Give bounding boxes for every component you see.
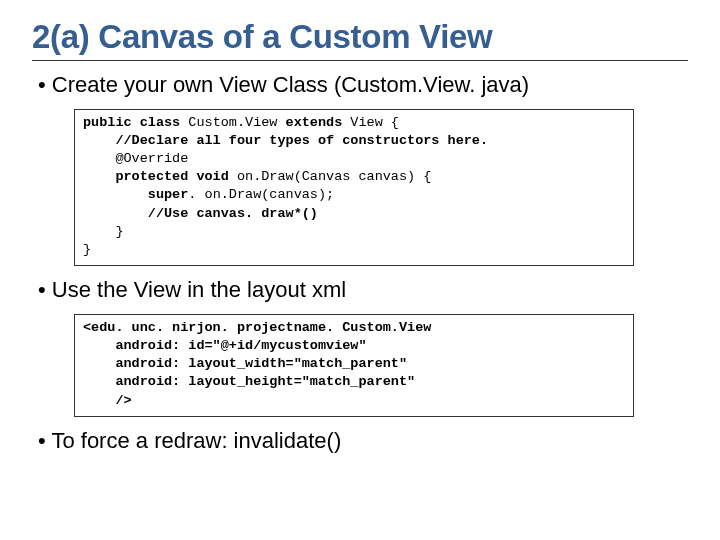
code-block-xml: <edu. unc. nirjon. projectname. Custom.V… <box>74 314 634 417</box>
bullet-2: Use the View in the layout xml <box>38 276 688 304</box>
code1-l4b: on.Draw(Canvas canvas) { <box>237 169 431 184</box>
bullet-list: Create your own View Class (Custom.View.… <box>32 71 688 99</box>
bullet-2-text: Use the View in the layout xml <box>52 277 346 302</box>
code-block-java: public class Custom.View extends View { … <box>74 109 634 267</box>
code2-l4: android: layout_height="match_parent" <box>83 374 415 389</box>
slide: 2(a) Canvas of a Custom View Create your… <box>0 0 720 484</box>
code1-l5a: super <box>83 187 188 202</box>
code1-l6: //Use canvas. draw*() <box>83 206 318 221</box>
bullet-list-2: Use the View in the layout xml <box>32 276 688 304</box>
code2-l5: /> <box>83 393 132 408</box>
code1-l3: @Override <box>83 151 188 166</box>
title-underline <box>32 60 688 61</box>
slide-title: 2(a) Canvas of a Custom View <box>32 18 688 56</box>
code1-l8: } <box>83 242 91 257</box>
code1-l2: //Declare all four types of constructors… <box>83 133 488 148</box>
code2-l2: android: id="@+id/mycustomview" <box>83 338 367 353</box>
code1-l4a: protected void <box>83 169 237 184</box>
bullet-list-3: To force a redraw: invalidate() <box>32 427 688 455</box>
code1-l1c: extends <box>286 115 351 130</box>
code1-l1a: public class <box>83 115 188 130</box>
bullet-3-text: To force a redraw: invalidate() <box>51 428 341 453</box>
bullet-1-text: Create your own View Class (Custom.View.… <box>52 72 529 97</box>
code2-l3: android: layout_width="match_parent" <box>83 356 407 371</box>
code1-l7: } <box>83 224 124 239</box>
bullet-1: Create your own View Class (Custom.View.… <box>38 71 688 99</box>
code1-l5b: . on.Draw(canvas); <box>188 187 334 202</box>
code2-l1: <edu. unc. nirjon. projectname. Custom.V… <box>83 320 431 335</box>
code1-l1d: View { <box>350 115 399 130</box>
code1-l1b: Custom.View <box>188 115 285 130</box>
bullet-3: To force a redraw: invalidate() <box>38 427 688 455</box>
